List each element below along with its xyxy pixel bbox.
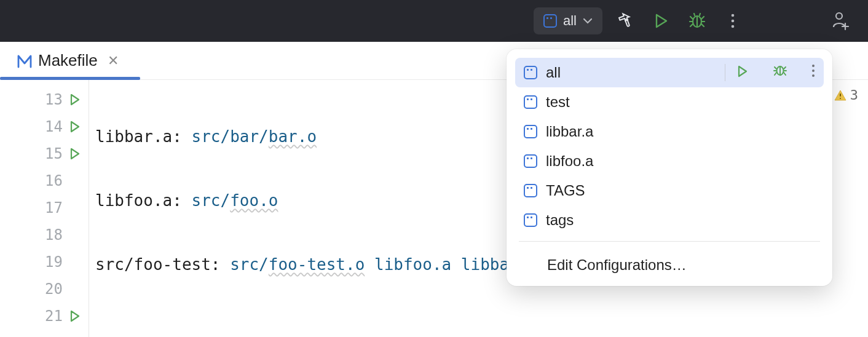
gutter-line: 16 [0,167,89,194]
gutter: 13 14 15 16 17 18 19 20 21 [0,80,89,337]
config-item-tags-lower[interactable]: tags [515,205,824,235]
makefile-icon [17,54,32,68]
tab-makefile[interactable]: Makefile ✕ [0,42,136,79]
kebab-icon [811,64,815,77]
gutter-line: 19 [0,248,89,276]
gutter-run-button[interactable] [69,148,81,160]
run-button[interactable] [649,9,674,33]
run-config-button[interactable] [736,64,749,81]
config-item-label: libbar.a [546,123,593,140]
config-item-label: TAGS [546,182,585,199]
config-more-button[interactable] [811,64,815,81]
run-config-dropdown: all test libbar.a libfoo.a TAGS tags Edi… [507,49,832,286]
play-icon [653,13,669,29]
gutter-line: 18 [0,221,89,248]
edit-configurations[interactable]: Edit Configurations… [515,248,824,282]
bug-icon [689,13,705,29]
application-icon [524,184,537,197]
gutter-line: 13 [0,86,89,113]
warning-count: 3 [850,87,858,103]
debug-config-button[interactable] [773,64,787,81]
debug-button[interactable] [685,9,709,33]
run-config-selector[interactable]: all [534,7,602,34]
config-item-test[interactable]: test [515,87,824,117]
chevron-down-icon [583,17,593,25]
run-config-label: all [563,13,577,29]
config-item-label: tags [546,212,574,229]
code-area[interactable]: libbar.a: src/bar/bar.o libfoo.a: src/fo… [89,80,509,337]
config-item-label: libfoo.a [546,153,593,170]
edit-configurations-label: Edit Configurations… [547,256,687,274]
config-item-label: all [546,64,561,81]
config-item-all[interactable]: all [515,58,824,87]
application-icon [524,154,537,168]
gutter-line: 15 [0,140,89,167]
config-item-libfoo[interactable]: libfoo.a [515,146,824,176]
gutter-line: 20 [0,276,89,303]
collaborate-button[interactable] [829,9,853,33]
gutter-line: 17 [0,194,89,221]
application-icon [524,66,537,79]
close-tab-button[interactable]: ✕ [108,53,119,69]
gutter-run-button[interactable] [69,121,81,133]
config-item-label: test [546,93,570,111]
build-button[interactable] [614,9,638,33]
add-person-icon [832,11,850,31]
gutter-line: 14 [0,113,89,140]
kebab-icon [730,14,735,28]
play-icon [736,65,749,77]
inspection-warning-badge[interactable]: 3 [834,87,858,103]
gutter-run-button[interactable] [69,310,81,322]
application-icon [524,95,537,109]
tab-title: Makefile [38,51,98,70]
gutter-line: 21 [0,303,89,330]
separator [725,64,725,81]
application-icon [524,125,537,138]
bug-icon [773,64,787,77]
divider [519,241,820,242]
config-item-libbar[interactable]: libbar.a [515,117,824,146]
gutter-run-button[interactable] [69,93,81,106]
more-actions-button[interactable] [720,9,745,33]
application-icon [543,14,557,28]
config-item-tags-upper[interactable]: TAGS [515,176,824,205]
application-icon [524,213,537,227]
warning-icon [834,89,846,101]
top-toolbar: all [0,0,868,42]
hammer-icon [617,12,634,30]
